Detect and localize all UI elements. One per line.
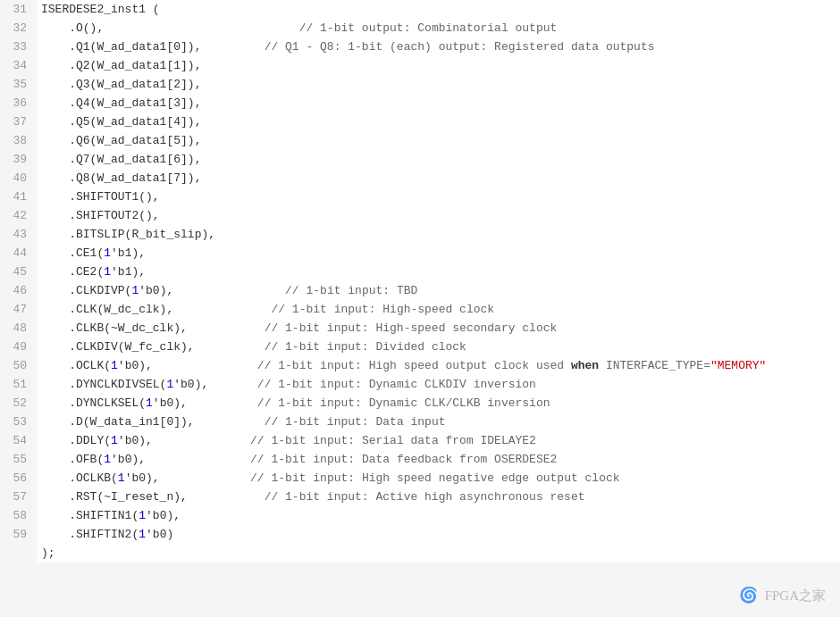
code-token: // 1-bit input: Dynamic CLK/CLKB inversi… bbox=[188, 396, 550, 410]
table-row: 35 .Q3(W_ad_data1[2]), bbox=[0, 75, 840, 94]
code-token: // Q1 - Q8: 1-bit (each) output: Registe… bbox=[201, 40, 654, 54]
table-row: 47 .CLK(W_dc_clk), // 1-bit input: High-… bbox=[0, 300, 840, 319]
code-content: .CLKB(~W_dc_clk), // 1-bit input: High-s… bbox=[38, 319, 840, 338]
code-token: // 1-bit input: Dynamic CLKDIV inversion bbox=[208, 378, 536, 391]
line-number: 45 bbox=[0, 263, 38, 281]
code-content: .SHIFTOUT1(), bbox=[38, 188, 840, 206]
line-number: 49 bbox=[0, 338, 38, 356]
table-row: 55 .OFB(1'b0), // 1-bit input: Data feed… bbox=[0, 450, 840, 469]
table-row: 52 .DYNCLKSEL(1'b0), // 1-bit input: Dyn… bbox=[0, 394, 840, 413]
code-token: 'b0), bbox=[118, 434, 153, 447]
line-number: 35 bbox=[0, 75, 38, 94]
code-content: .Q6(W_ad_data1[5]), bbox=[38, 131, 840, 150]
code-token: 1 bbox=[146, 396, 153, 410]
code-token: .Q8(W_ad_data1[7]), bbox=[41, 171, 201, 185]
code-token: .CE2( bbox=[41, 265, 104, 279]
line-number: 46 bbox=[0, 281, 38, 300]
table-row: 42 .SHIFTOUT2(), bbox=[0, 206, 840, 225]
code-token: .Q3(W_ad_data1[2]), bbox=[41, 78, 201, 91]
code-token: // 1-bit input: Divided clock bbox=[195, 340, 466, 354]
code-token: 'b0), bbox=[118, 359, 153, 372]
code-content: .DYNCLKSEL(1'b0), // 1-bit input: Dynami… bbox=[38, 394, 840, 413]
line-number: 32 bbox=[0, 19, 38, 38]
line-number: 40 bbox=[0, 169, 38, 188]
code-token: 'b0), bbox=[139, 284, 173, 297]
code-token: // 1-bit input: High speed negative edge… bbox=[160, 471, 620, 485]
code-content: ISERDESE2_inst1 ( bbox=[38, 0, 840, 19]
code-token: 1 bbox=[111, 359, 118, 372]
code-token: .DYNCLKSEL( bbox=[41, 396, 146, 410]
code-token: .OFB( bbox=[41, 453, 104, 466]
code-container: 31ISERDESE2_inst1 (32 .O(), // 1-bit out… bbox=[0, 0, 840, 617]
table-row: 54 .DDLY(1'b0), // 1-bit input: Serial d… bbox=[0, 431, 840, 450]
line-number: 50 bbox=[0, 356, 38, 375]
code-token: .DYNCLKDIVSEL( bbox=[41, 378, 166, 391]
line-number: 37 bbox=[0, 113, 38, 131]
code-token: .CE1( bbox=[41, 246, 104, 260]
line-number: 53 bbox=[0, 413, 38, 431]
code-content: .SHIFTOUT2(), bbox=[38, 206, 840, 225]
code-token: 1 bbox=[111, 434, 118, 447]
code-token: .RST(~I_reset_n), bbox=[41, 490, 188, 504]
line-number: 34 bbox=[0, 56, 38, 75]
code-token: when bbox=[571, 359, 599, 372]
code-token: .CLK(W_dc_clk), bbox=[41, 303, 173, 316]
code-token: // 1-bit input: High speed output clock … bbox=[153, 359, 571, 372]
code-token: .Q1(W_ad_data1[0]), bbox=[41, 40, 201, 54]
code-table: 31ISERDESE2_inst1 (32 .O(), // 1-bit out… bbox=[0, 0, 840, 563]
code-content: .CLK(W_dc_clk), // 1-bit input: High-spe… bbox=[38, 300, 840, 319]
code-token: // 1-bit input: Active high asynchronous… bbox=[188, 490, 585, 504]
code-token: .OCLK( bbox=[41, 359, 111, 372]
code-token: 'b0), bbox=[146, 509, 181, 522]
code-content: .DDLY(1'b0), // 1-bit input: Serial data… bbox=[38, 431, 840, 450]
line-number: 59 bbox=[0, 525, 38, 544]
code-token: 1 bbox=[139, 528, 146, 541]
table-row: 41 .SHIFTOUT1(), bbox=[0, 188, 840, 206]
code-content: .CLKDIVP(1'b0), // 1-bit input: TBD bbox=[38, 281, 840, 300]
table-row: 50 .OCLK(1'b0), // 1-bit input: High spe… bbox=[0, 356, 840, 375]
code-token: .O(), bbox=[41, 21, 104, 35]
code-token: ); bbox=[41, 546, 55, 560]
code-token: INTERFACE_TYPE= bbox=[599, 359, 710, 372]
code-token: "MEMORY" bbox=[710, 359, 766, 372]
code-token: // 1-bit input: TBD bbox=[173, 284, 417, 297]
code-token: ISERDESE2_inst1 ( bbox=[41, 3, 160, 16]
code-token: .BITSLIP(R_bit_slip), bbox=[41, 228, 215, 241]
code-token: // 1-bit input: High-speed secondary clo… bbox=[188, 321, 557, 335]
code-content: .Q1(W_ad_data1[0]), // Q1 - Q8: 1-bit (e… bbox=[38, 38, 840, 56]
table-row: 58 .SHIFTIN1(1'b0), bbox=[0, 506, 840, 525]
line-number bbox=[0, 544, 38, 563]
table-row: 59 .SHIFTIN2(1'b0) bbox=[0, 525, 840, 544]
code-content: .SHIFTIN2(1'b0) bbox=[38, 525, 840, 544]
code-token: // 1-bit input: High-speed clock bbox=[173, 303, 494, 316]
code-token: 1 bbox=[104, 265, 111, 279]
code-token: .Q7(W_ad_data1[6]), bbox=[41, 153, 201, 166]
code-content: .Q2(W_ad_data1[1]), bbox=[38, 56, 840, 75]
table-row: 31ISERDESE2_inst1 ( bbox=[0, 0, 840, 19]
table-row: 44 .CE1(1'b1), bbox=[0, 244, 840, 263]
table-row: 37 .Q5(W_ad_data1[4]), bbox=[0, 113, 840, 131]
line-number: 33 bbox=[0, 38, 38, 56]
code-token: .SHIFTIN1( bbox=[41, 509, 139, 522]
line-number: 57 bbox=[0, 488, 38, 506]
code-token: 'b0), bbox=[111, 453, 146, 466]
code-token: 'b0), bbox=[125, 471, 160, 485]
line-number: 31 bbox=[0, 0, 38, 19]
line-number: 58 bbox=[0, 506, 38, 525]
table-row: 57 .RST(~I_reset_n), // 1-bit input: Act… bbox=[0, 488, 840, 506]
code-token: .CLKB(~W_dc_clk), bbox=[41, 321, 188, 335]
line-number: 39 bbox=[0, 150, 38, 169]
code-content: .CE2(1'b1), bbox=[38, 263, 840, 281]
code-content: .Q4(W_ad_data1[3]), bbox=[38, 94, 840, 113]
code-token: .SHIFTOUT1(), bbox=[41, 190, 160, 204]
table-row: 38 .Q6(W_ad_data1[5]), bbox=[0, 131, 840, 150]
code-token: .Q2(W_ad_data1[1]), bbox=[41, 59, 201, 72]
code-token: 1 bbox=[104, 453, 111, 466]
code-token: .Q5(W_ad_data1[4]), bbox=[41, 115, 201, 129]
code-token: 1 bbox=[104, 246, 111, 260]
code-content: .RST(~I_reset_n), // 1-bit input: Active… bbox=[38, 488, 840, 506]
code-token: .Q6(W_ad_data1[5]), bbox=[41, 134, 201, 147]
code-token: .CLKDIVP( bbox=[41, 284, 131, 297]
code-token: .Q4(W_ad_data1[3]), bbox=[41, 96, 201, 110]
code-content: .OCLKB(1'b0), // 1-bit input: High speed… bbox=[38, 469, 840, 488]
